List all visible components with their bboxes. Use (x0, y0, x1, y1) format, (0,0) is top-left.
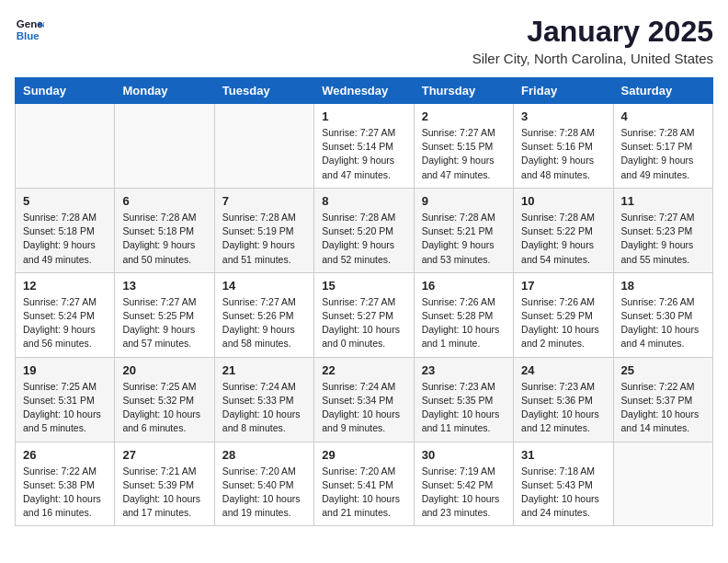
weekday-header-thursday: Thursday (414, 78, 513, 104)
day-cell: 9Sunrise: 7:28 AM Sunset: 5:21 PM Daylig… (414, 188, 513, 272)
day-info: Sunrise: 7:21 AM Sunset: 5:39 PM Dayligh… (122, 465, 206, 521)
day-cell: 30Sunrise: 7:19 AM Sunset: 5:42 PM Dayli… (414, 442, 513, 526)
day-info: Sunrise: 7:28 AM Sunset: 5:22 PM Dayligh… (521, 211, 605, 267)
day-info: Sunrise: 7:18 AM Sunset: 5:43 PM Dayligh… (521, 465, 605, 521)
day-number: 15 (322, 279, 405, 293)
day-number: 9 (422, 194, 506, 208)
day-cell: 15Sunrise: 7:27 AM Sunset: 5:27 PM Dayli… (314, 272, 414, 357)
day-cell: 7Sunrise: 7:28 AM Sunset: 5:19 PM Daylig… (214, 188, 313, 272)
day-cell (613, 442, 712, 526)
weekday-header-wednesday: Wednesday (314, 78, 414, 104)
day-cell: 8Sunrise: 7:28 AM Sunset: 5:20 PM Daylig… (314, 188, 414, 272)
calendar-title: January 2025 (472, 15, 713, 49)
day-cell: 1Sunrise: 7:27 AM Sunset: 5:14 PM Daylig… (314, 104, 414, 189)
day-number: 11 (621, 194, 705, 208)
day-cell: 10Sunrise: 7:28 AM Sunset: 5:22 PM Dayli… (514, 188, 613, 272)
day-info: Sunrise: 7:22 AM Sunset: 5:37 PM Dayligh… (621, 380, 705, 436)
weekday-header-row: SundayMondayTuesdayWednesdayThursdayFrid… (16, 78, 713, 104)
page-header: General Blue January 2025 Siler City, No… (15, 15, 713, 66)
day-cell: 6Sunrise: 7:28 AM Sunset: 5:18 PM Daylig… (115, 188, 214, 272)
day-number: 1 (322, 109, 405, 123)
week-row-2: 5Sunrise: 7:28 AM Sunset: 5:18 PM Daylig… (16, 188, 713, 272)
day-number: 5 (23, 194, 107, 208)
day-cell: 19Sunrise: 7:25 AM Sunset: 5:31 PM Dayli… (16, 357, 115, 442)
day-cell: 20Sunrise: 7:25 AM Sunset: 5:32 PM Dayli… (115, 357, 214, 442)
logo: General Blue (15, 15, 44, 44)
day-number: 30 (422, 448, 506, 462)
day-info: Sunrise: 7:28 AM Sunset: 5:16 PM Dayligh… (521, 126, 605, 182)
day-info: Sunrise: 7:28 AM Sunset: 5:18 PM Dayligh… (23, 211, 107, 267)
day-info: Sunrise: 7:27 AM Sunset: 5:26 PM Dayligh… (222, 295, 306, 351)
day-cell: 29Sunrise: 7:20 AM Sunset: 5:41 PM Dayli… (314, 442, 414, 526)
day-info: Sunrise: 7:28 AM Sunset: 5:18 PM Dayligh… (122, 211, 206, 267)
day-cell: 18Sunrise: 7:26 AM Sunset: 5:30 PM Dayli… (613, 272, 712, 357)
day-number: 28 (222, 448, 306, 462)
day-number: 4 (621, 109, 705, 123)
day-cell (214, 104, 313, 189)
day-number: 25 (621, 363, 705, 377)
logo-icon: General Blue (15, 15, 44, 44)
day-info: Sunrise: 7:25 AM Sunset: 5:32 PM Dayligh… (122, 380, 206, 436)
day-cell: 23Sunrise: 7:23 AM Sunset: 5:35 PM Dayli… (414, 357, 513, 442)
day-info: Sunrise: 7:28 AM Sunset: 5:21 PM Dayligh… (422, 211, 506, 267)
day-cell: 22Sunrise: 7:24 AM Sunset: 5:34 PM Dayli… (314, 357, 414, 442)
day-cell: 24Sunrise: 7:23 AM Sunset: 5:36 PM Dayli… (514, 357, 613, 442)
day-cell: 11Sunrise: 7:27 AM Sunset: 5:23 PM Dayli… (613, 188, 712, 272)
day-info: Sunrise: 7:24 AM Sunset: 5:34 PM Dayligh… (322, 380, 405, 436)
day-number: 24 (521, 363, 605, 377)
day-info: Sunrise: 7:24 AM Sunset: 5:33 PM Dayligh… (222, 380, 306, 436)
weekday-header-monday: Monday (115, 78, 214, 104)
day-number: 14 (222, 279, 306, 293)
day-cell: 25Sunrise: 7:22 AM Sunset: 5:37 PM Dayli… (613, 357, 712, 442)
day-cell: 26Sunrise: 7:22 AM Sunset: 5:38 PM Dayli… (16, 442, 115, 526)
week-row-3: 12Sunrise: 7:27 AM Sunset: 5:24 PM Dayli… (16, 272, 713, 357)
day-number: 3 (521, 109, 605, 123)
day-number: 7 (222, 194, 306, 208)
day-info: Sunrise: 7:26 AM Sunset: 5:30 PM Dayligh… (621, 295, 705, 351)
day-info: Sunrise: 7:23 AM Sunset: 5:35 PM Dayligh… (422, 380, 506, 436)
week-row-4: 19Sunrise: 7:25 AM Sunset: 5:31 PM Dayli… (16, 357, 713, 442)
day-info: Sunrise: 7:27 AM Sunset: 5:27 PM Dayligh… (322, 295, 405, 351)
day-info: Sunrise: 7:28 AM Sunset: 5:20 PM Dayligh… (322, 211, 405, 267)
day-info: Sunrise: 7:27 AM Sunset: 5:23 PM Dayligh… (621, 211, 705, 267)
day-cell: 16Sunrise: 7:26 AM Sunset: 5:28 PM Dayli… (414, 272, 513, 357)
day-info: Sunrise: 7:27 AM Sunset: 5:25 PM Dayligh… (122, 295, 206, 351)
day-info: Sunrise: 7:27 AM Sunset: 5:14 PM Dayligh… (322, 126, 405, 182)
calendar-table: SundayMondayTuesdayWednesdayThursdayFrid… (15, 77, 713, 526)
weekday-header-friday: Friday (514, 78, 613, 104)
day-cell: 28Sunrise: 7:20 AM Sunset: 5:40 PM Dayli… (214, 442, 313, 526)
week-row-1: 1Sunrise: 7:27 AM Sunset: 5:14 PM Daylig… (16, 104, 713, 189)
day-number: 18 (621, 279, 705, 293)
day-number: 21 (222, 363, 306, 377)
day-cell: 4Sunrise: 7:28 AM Sunset: 5:17 PM Daylig… (613, 104, 712, 189)
day-cell: 14Sunrise: 7:27 AM Sunset: 5:26 PM Dayli… (214, 272, 313, 357)
day-number: 31 (521, 448, 605, 462)
day-info: Sunrise: 7:26 AM Sunset: 5:29 PM Dayligh… (521, 295, 605, 351)
day-info: Sunrise: 7:27 AM Sunset: 5:24 PM Dayligh… (23, 295, 107, 351)
day-number: 27 (122, 448, 206, 462)
day-number: 16 (422, 279, 506, 293)
day-number: 23 (422, 363, 506, 377)
day-info: Sunrise: 7:27 AM Sunset: 5:15 PM Dayligh… (422, 126, 506, 182)
day-cell (16, 104, 115, 189)
day-info: Sunrise: 7:22 AM Sunset: 5:38 PM Dayligh… (23, 465, 107, 521)
day-number: 29 (322, 448, 405, 462)
weekday-header-tuesday: Tuesday (214, 78, 313, 104)
weekday-header-saturday: Saturday (613, 78, 712, 104)
day-number: 19 (23, 363, 107, 377)
day-cell: 21Sunrise: 7:24 AM Sunset: 5:33 PM Dayli… (214, 357, 313, 442)
day-cell: 31Sunrise: 7:18 AM Sunset: 5:43 PM Dayli… (514, 442, 613, 526)
svg-text:Blue: Blue (17, 30, 40, 41)
weekday-header-sunday: Sunday (16, 78, 115, 104)
day-cell: 17Sunrise: 7:26 AM Sunset: 5:29 PM Dayli… (514, 272, 613, 357)
day-cell: 13Sunrise: 7:27 AM Sunset: 5:25 PM Dayli… (115, 272, 214, 357)
day-info: Sunrise: 7:28 AM Sunset: 5:19 PM Dayligh… (222, 211, 306, 267)
day-info: Sunrise: 7:28 AM Sunset: 5:17 PM Dayligh… (621, 126, 705, 182)
day-info: Sunrise: 7:20 AM Sunset: 5:41 PM Dayligh… (322, 465, 405, 521)
day-info: Sunrise: 7:26 AM Sunset: 5:28 PM Dayligh… (422, 295, 506, 351)
day-info: Sunrise: 7:19 AM Sunset: 5:42 PM Dayligh… (422, 465, 506, 521)
title-block: January 2025 Siler City, North Carolina,… (472, 15, 713, 66)
day-cell: 27Sunrise: 7:21 AM Sunset: 5:39 PM Dayli… (115, 442, 214, 526)
day-cell: 5Sunrise: 7:28 AM Sunset: 5:18 PM Daylig… (16, 188, 115, 272)
day-number: 26 (23, 448, 107, 462)
